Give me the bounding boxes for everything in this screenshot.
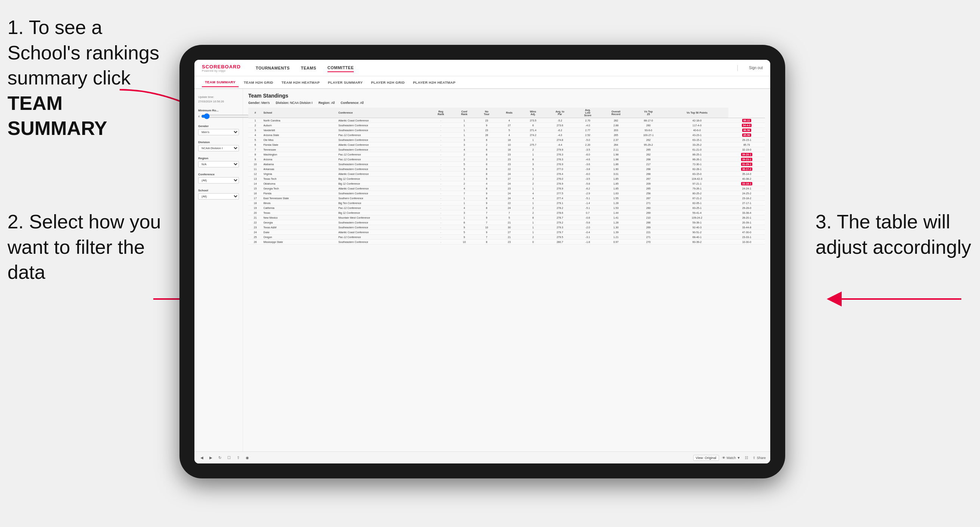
cell-record: 42-18-0 xyxy=(665,118,729,123)
nav-tournaments[interactable]: TOURNAMENTS xyxy=(256,64,290,72)
cell-overall: 268 xyxy=(631,157,665,162)
points-cell: 33-44-8 xyxy=(729,225,765,230)
cell-rnds: 18 xyxy=(497,147,521,152)
sidebar: Update time:27/03/2024 16:56:26 Minimum … xyxy=(194,89,243,451)
cell-adj: 277.4 xyxy=(545,196,575,201)
cell-record: 40-6-0 xyxy=(665,128,729,133)
cell-avg-low: 1.98 xyxy=(600,157,631,162)
cell-cr: 1 xyxy=(452,128,476,133)
toolbar-share-small[interactable]: ⇧ xyxy=(235,455,241,460)
cell-rank: 8 xyxy=(248,152,262,157)
table-row: 14 Oklahoma Big 12 Conference - 2 4 24 2… xyxy=(248,181,765,186)
toolbar-reload[interactable]: ↻ xyxy=(217,455,223,460)
nav-teams[interactable]: TEAMS xyxy=(301,64,316,72)
cell-cr: 2 xyxy=(452,157,476,162)
cell-adj: 274.8 xyxy=(545,138,575,143)
cell-rnds: 24 xyxy=(497,181,521,186)
table-row: 10 Alabama Southeastern Conference - 5 6… xyxy=(248,162,765,167)
cell-nt: 7 xyxy=(476,210,497,215)
sub-nav-player-h2h-grid[interactable]: PLAYER H2H GRID xyxy=(368,78,407,87)
cell-rank: 10 xyxy=(248,162,262,167)
cell-rnds: 7 xyxy=(497,210,521,215)
cell-avg-par: -4.6 xyxy=(575,157,600,162)
cell-rnds: 22 xyxy=(497,201,521,206)
cell-school: Auburn xyxy=(262,123,337,128)
cell-nt: 10 xyxy=(476,225,497,230)
cell-cr: 9 xyxy=(452,235,476,240)
cell-rr: - xyxy=(429,230,453,235)
slider-row: 4 30 xyxy=(198,113,239,119)
toolbar-clock[interactable]: ◉ xyxy=(244,455,250,460)
cell-conf: Southeastern Conference xyxy=(337,220,429,225)
cell-nt: 2 xyxy=(476,143,497,147)
cell-record: 83-15-0 xyxy=(665,171,729,176)
sub-nav-team-h2h-grid[interactable]: TEAM H2H GRID xyxy=(241,78,276,87)
cell-avg-par: -0.8 xyxy=(575,215,600,220)
cell-school: Florida xyxy=(262,191,337,196)
cell-conf: Pac-12 Conference xyxy=(337,152,429,157)
instruction-step1-bold: TEAM SUMMARY xyxy=(8,92,107,140)
cell-record: 117-4-0 xyxy=(665,123,729,128)
table-row: 26 Mississippi State Southeastern Confer… xyxy=(248,240,765,244)
cell-overall: 217 xyxy=(631,162,665,167)
cell-avg-par: -2.9 xyxy=(575,191,600,196)
points-cell: 24-24-1 xyxy=(729,186,765,191)
cell-school: Alabama xyxy=(262,162,337,167)
cell-avg-low: 1.28 xyxy=(600,220,631,225)
cell-record: 63-15-1 xyxy=(665,138,729,143)
region-select[interactable]: N/A xyxy=(198,161,239,167)
toolbar-back[interactable]: ◀ xyxy=(199,455,205,460)
share-button[interactable]: ⇧ Share xyxy=(752,456,766,460)
division-select[interactable]: NCAA Division I xyxy=(198,145,239,151)
filter-gender: Gender: Men's xyxy=(248,101,270,105)
cell-rank: 13 xyxy=(248,176,262,181)
cell-rank: 20 xyxy=(248,210,262,215)
table-row: 23 Texas A&M Southeastern Conference - 9… xyxy=(248,225,765,230)
cell-rnds: 23 xyxy=(497,186,521,191)
cell-conf: Southeastern Conference xyxy=(337,128,429,133)
cell-overall: 221 xyxy=(631,230,665,235)
cell-avg-par: -5.8 xyxy=(575,220,600,225)
cell-conf: Southeastern Conference xyxy=(337,147,429,152)
sign-out-button[interactable]: Sign out xyxy=(749,66,763,70)
points-cell: 39-20-1 xyxy=(729,152,765,157)
cell-record: 92-40-3 xyxy=(665,225,729,230)
cell-avg-par: -6.0 xyxy=(575,152,600,157)
cell-avg-par: -5.1 xyxy=(575,196,600,201)
cell-nt: 7 xyxy=(476,220,497,225)
cell-avg-low: 2.37 xyxy=(600,138,631,143)
cell-conf: Pac-12 Conference xyxy=(337,235,429,240)
cell-school: Tennessee xyxy=(262,147,337,152)
points-cell: 85.73 xyxy=(729,143,765,147)
watch-button[interactable]: 👁 Watch ▼ xyxy=(722,456,740,460)
cell-avg-par: -2.0 xyxy=(575,225,600,230)
cell-rank: 2 xyxy=(248,123,262,128)
toolbar-forward[interactable]: ▶ xyxy=(208,455,214,460)
points-cell: 29-15-1 xyxy=(729,138,765,143)
cell-nt: 8 xyxy=(476,167,497,171)
gender-select[interactable]: Men's xyxy=(198,129,239,135)
cell-overall: 271 xyxy=(631,235,665,240)
cell-record: 68-40-1 xyxy=(665,235,729,240)
cell-rnds: 23 xyxy=(497,240,521,244)
cell-nt: 6 xyxy=(476,138,497,143)
cell-rnds: 27 xyxy=(497,176,521,181)
sub-nav-team-summary[interactable]: TEAM SUMMARY xyxy=(202,78,239,87)
cell-nt: 8 xyxy=(476,171,497,176)
nav-committee[interactable]: COMMITTEE xyxy=(328,64,354,72)
toolbar-bookmark[interactable]: ☐ xyxy=(226,455,232,460)
cell-adj: 279.1 xyxy=(545,201,575,206)
view-original-button[interactable]: View: Original xyxy=(693,455,719,461)
sub-nav-player-summary[interactable]: PLAYER SUMMARY xyxy=(325,78,366,87)
cell-overall: 267 xyxy=(631,196,665,201)
conference-select[interactable]: (All) xyxy=(198,177,239,184)
cell-avg-low: 264 xyxy=(600,143,631,147)
cell-overall: 265 xyxy=(631,186,665,191)
sub-nav-player-h2h-heatmap[interactable]: PLAYER H2H HEATMAP xyxy=(410,78,458,87)
cell-school: Vanderbilt xyxy=(262,128,337,133)
sub-nav-team-h2h-heatmap[interactable]: TEAM H2H HEATMAP xyxy=(278,78,323,87)
points-cell: 36-17-2 xyxy=(729,167,765,171)
school-select[interactable]: (All) xyxy=(198,193,239,200)
cell-conf: Southeastern Conference xyxy=(337,225,429,230)
rank-min-slider[interactable] xyxy=(201,113,250,119)
